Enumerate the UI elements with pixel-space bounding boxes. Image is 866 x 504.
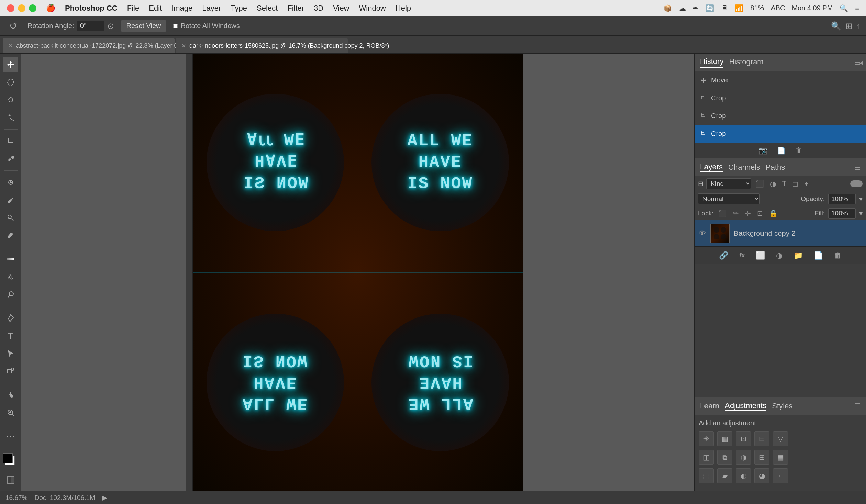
menu-layer[interactable]: Layer <box>202 4 221 13</box>
brightness2-icon[interactable]: ▫ <box>773 468 788 483</box>
rotation-angle-input[interactable] <box>77 21 104 31</box>
add-layer-style-icon[interactable]: fx <box>737 250 747 261</box>
selective-color-icon[interactable]: ◐ <box>736 468 751 483</box>
eyedropper-tool[interactable] <box>3 152 18 167</box>
channel-mixer-icon[interactable]: ⊞ <box>754 450 769 465</box>
threshold-icon[interactable]: ▰ <box>717 468 732 483</box>
delete-state-icon[interactable]: 🗑 <box>794 145 803 156</box>
lock-position-icon[interactable]: ✛ <box>744 209 752 217</box>
status-arrow-icon[interactable]: ▶ <box>102 494 107 502</box>
layers-panel-menu[interactable]: ☰ <box>854 163 861 171</box>
lasso-tool[interactable] <box>3 92 18 108</box>
new-adjustment-layer-icon[interactable]: ◑ <box>774 249 785 262</box>
close-button[interactable] <box>7 4 14 12</box>
move-tool[interactable] <box>3 57 18 72</box>
minimize-button[interactable] <box>18 4 25 12</box>
blur-tool[interactable] <box>3 269 18 284</box>
history-item-crop-3[interactable]: Crop <box>695 125 866 143</box>
tab-2[interactable]: ✕ dark-indoors-letters-1580625.jpg @ 16.… <box>176 38 348 53</box>
link-layers-icon[interactable]: 🔗 <box>717 249 730 262</box>
extra-tools[interactable]: ⋯ <box>3 428 18 444</box>
pen-tool[interactable] <box>3 311 18 326</box>
text-filter-icon[interactable]: T <box>780 180 788 188</box>
quick-mask-tool[interactable] <box>3 472 18 488</box>
color-balance-icon[interactable]: ⧉ <box>717 450 732 465</box>
lock-all-icon[interactable]: 🔒 <box>768 209 779 217</box>
new-layer-icon[interactable]: 📄 <box>812 249 825 262</box>
menu-filter[interactable]: Filter <box>287 4 304 13</box>
adjustments-tab[interactable]: Adjustments <box>725 401 766 411</box>
brightness-contrast-icon[interactable]: ☀ <box>699 431 714 446</box>
learn-tab[interactable]: Learn <box>700 402 719 411</box>
fill-chevron[interactable]: ▾ <box>859 209 863 217</box>
add-mask-icon[interactable]: ⬜ <box>754 249 767 262</box>
paths-tab[interactable]: Paths <box>766 163 785 172</box>
notification-icon[interactable]: ≡ <box>855 4 859 12</box>
app-name[interactable]: Photoshop CC <box>65 4 118 13</box>
layer-row-background-copy-2[interactable]: 👁 Background copy 2 <box>695 220 866 246</box>
history-item-move[interactable]: Move <box>695 71 866 89</box>
dodge-tool[interactable] <box>3 287 18 302</box>
adjust-filter-icon[interactable]: ◑ <box>768 180 778 188</box>
menu-window[interactable]: Window <box>359 4 386 13</box>
search-toolbar-icon[interactable]: 🔍 <box>831 21 841 31</box>
magic-wand-tool[interactable] <box>3 110 18 125</box>
crop-tool[interactable] <box>3 134 18 149</box>
brush-tool[interactable] <box>3 193 18 208</box>
tab-2-close[interactable]: ✕ <box>181 43 186 49</box>
menu-3d[interactable]: 3D <box>314 4 323 13</box>
maximize-button[interactable] <box>29 4 36 12</box>
photo-filter-icon[interactable]: ◑ <box>736 450 751 465</box>
gradient-tool[interactable] <box>3 251 18 267</box>
rotation-dial-icon[interactable]: ⊙ <box>107 21 114 31</box>
new-group-icon[interactable]: 📁 <box>791 249 805 262</box>
rotate-all-checkbox[interactable] <box>173 24 178 28</box>
channels-tab[interactable]: Channels <box>728 163 760 172</box>
blend-mode-select[interactable]: Normal <box>698 193 760 204</box>
direct-select-tool[interactable] <box>3 346 18 361</box>
menu-type[interactable]: Type <box>231 4 247 13</box>
adjustments-panel-menu[interactable]: ☰ <box>854 402 861 410</box>
shape-tool[interactable] <box>3 364 18 379</box>
filter-toggle[interactable] <box>850 180 863 187</box>
layer-visibility-toggle[interactable]: 👁 <box>699 229 706 238</box>
invert-icon[interactable]: ◕ <box>754 468 769 483</box>
curves-icon[interactable]: ⊡ <box>736 431 751 446</box>
delete-layer-icon[interactable]: 🗑 <box>832 249 844 262</box>
color-swatches[interactable] <box>3 453 18 469</box>
spot-heal-tool[interactable] <box>3 175 18 190</box>
menu-edit[interactable]: Edit <box>149 4 162 13</box>
menu-view[interactable]: View <box>333 4 349 13</box>
new-document-from-state-icon[interactable]: 📄 <box>776 145 787 156</box>
history-panel-collapse[interactable]: ◂ <box>856 54 866 71</box>
zoom-tool[interactable] <box>3 405 18 420</box>
marquee-tool[interactable] <box>3 75 18 90</box>
fill-input[interactable] <box>828 208 856 219</box>
menu-help[interactable]: Help <box>396 4 411 13</box>
tab-1[interactable]: ✕ abstract-backlit-conceptual-1722072.jp… <box>3 38 175 53</box>
hand-tool[interactable] <box>3 387 18 402</box>
menu-file[interactable]: File <box>127 4 139 13</box>
contrast-icon[interactable]: ▽ <box>773 431 788 446</box>
layers-tab[interactable]: Layers <box>700 163 723 172</box>
foreground-color-swatch[interactable] <box>3 453 13 463</box>
layer-kind-filter[interactable]: Kind <box>706 178 751 189</box>
history-tab[interactable]: History <box>700 57 723 68</box>
clone-stamp-tool[interactable] <box>3 210 18 225</box>
search-icon[interactable]: 🔍 <box>840 4 848 12</box>
histogram-tab[interactable]: Histogram <box>729 57 763 68</box>
opacity-chevron[interactable]: ▾ <box>859 195 863 203</box>
smart-filter-icon[interactable]: ♦ <box>803 180 810 188</box>
exposure-icon[interactable]: ⊟ <box>754 431 769 446</box>
levels-icon[interactable]: ▦ <box>717 431 732 446</box>
shape-filter-icon[interactable]: ◻ <box>791 180 800 188</box>
pixel-filter-icon[interactable]: ⬛ <box>754 180 766 188</box>
menu-image[interactable]: Image <box>171 4 192 13</box>
reset-view-button[interactable]: Reset View <box>121 20 167 32</box>
lock-paint-icon[interactable]: ✏ <box>732 209 740 217</box>
apple-menu[interactable]: 🍎 <box>46 4 55 13</box>
eraser-tool[interactable] <box>3 228 18 243</box>
opacity-input[interactable] <box>828 194 856 204</box>
hue-saturation-icon[interactable]: ◫ <box>699 450 714 465</box>
new-snapshot-icon[interactable]: 📷 <box>757 145 769 156</box>
